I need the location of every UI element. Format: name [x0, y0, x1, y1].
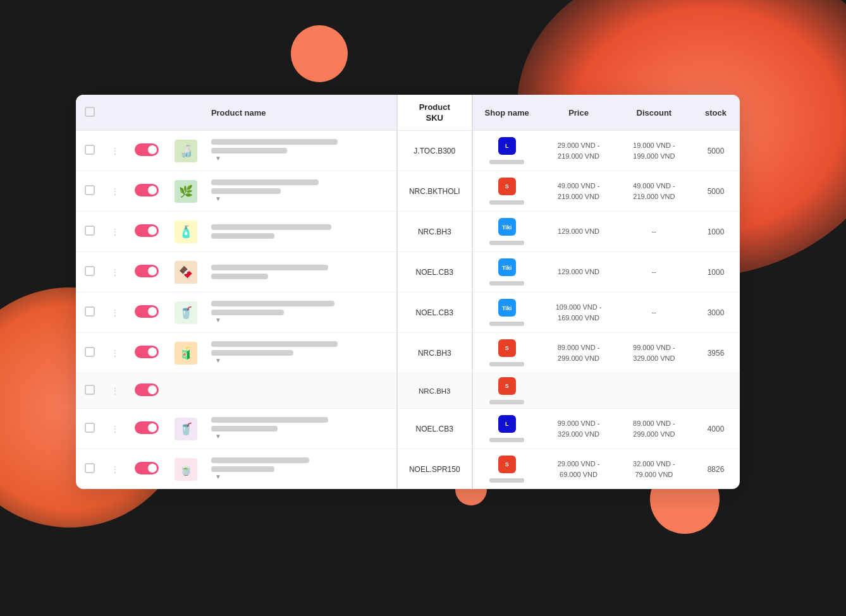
row-drag-handle[interactable]: ⋮	[103, 409, 126, 449]
header-checkbox[interactable]	[76, 95, 103, 131]
row-drag-handle[interactable]: ⋮	[103, 252, 126, 293]
product-thumbnail: 🥤	[175, 301, 197, 324]
shop-logo-icon: L	[498, 137, 516, 155]
row-toggle-cell	[126, 252, 166, 293]
active-toggle[interactable]	[135, 421, 159, 434]
row-checkbox-cell	[76, 171, 103, 212]
shop-name-text	[489, 281, 524, 286]
expand-arrow-icon[interactable]: ▼	[215, 357, 221, 364]
table-row: ⋮🌿 ▼NRC.BKTHOLI S 49.000 VND - 219.000 V…	[76, 171, 740, 212]
row-drag-handle[interactable]: ⋮	[103, 212, 126, 252]
row-product-image: 🥤	[166, 409, 205, 449]
drag-dots-icon[interactable]: ⋮	[111, 464, 120, 474]
bg-blob-top	[291, 25, 348, 82]
drag-dots-icon[interactable]: ⋮	[111, 227, 120, 237]
drag-dots-icon[interactable]: ⋮	[111, 348, 120, 358]
active-toggle[interactable]	[135, 265, 159, 277]
row-checkbox-cell	[76, 212, 103, 252]
row-product-image: 🌿	[166, 171, 205, 212]
product-thumbnail: 🌿	[175, 180, 197, 203]
drag-dots-icon[interactable]: ⋮	[111, 146, 120, 156]
expand-arrow-icon[interactable]: ▼	[215, 195, 221, 202]
row-product-image: 🍶	[166, 131, 205, 171]
expand-arrow-icon[interactable]: ▼	[215, 155, 221, 162]
shop-logo-icon: S	[498, 456, 516, 473]
row-drag-handle[interactable]: ⋮	[103, 171, 126, 212]
table-row: ⋮NRC.BH3 S	[76, 373, 740, 409]
row-discount: 99.000 VND - 329.000 VND	[616, 333, 692, 373]
active-toggle[interactable]	[135, 224, 159, 237]
active-toggle[interactable]	[135, 383, 159, 396]
product-name-lines	[211, 457, 390, 472]
row-stock: 5000	[692, 171, 740, 212]
select-all-checkbox[interactable]	[85, 107, 95, 117]
product-table: Product name Product Product SKU SKU Sho…	[76, 95, 740, 489]
row-checkbox-cell	[76, 131, 103, 171]
row-checkbox[interactable]	[85, 145, 95, 155]
expand-arrow-icon[interactable]: ▼	[215, 433, 221, 440]
shop-name-text	[489, 241, 524, 245]
row-checkbox-cell	[76, 449, 103, 490]
row-drag-handle[interactable]: ⋮	[103, 131, 126, 171]
row-sku: NRC.BKTHOLI	[397, 171, 472, 212]
expand-arrow-icon[interactable]: ▼	[215, 317, 221, 323]
active-toggle[interactable]	[135, 184, 159, 196]
row-product-name	[205, 373, 397, 409]
shop-logo-icon: S	[498, 339, 516, 357]
row-toggle-cell	[126, 449, 166, 490]
product-thumbnail: 🍫	[175, 261, 197, 284]
row-checkbox[interactable]	[85, 266, 95, 276]
row-checkbox[interactable]	[85, 347, 95, 357]
row-drag-handle[interactable]: ⋮	[103, 293, 126, 333]
active-toggle[interactable]	[135, 462, 159, 474]
drag-dots-icon[interactable]: ⋮	[111, 386, 120, 396]
row-checkbox[interactable]	[85, 185, 95, 195]
row-drag-handle[interactable]: ⋮	[103, 373, 126, 409]
row-discount	[616, 373, 692, 409]
row-price: 129.000 VND	[541, 252, 616, 293]
drag-dots-icon[interactable]: ⋮	[111, 308, 120, 318]
shop-logo-icon: Tiki	[498, 258, 516, 276]
row-product-image: 🧃	[166, 333, 205, 373]
row-price: 49.000 VND - 219.000 VND	[541, 171, 616, 212]
product-name-lines	[211, 341, 390, 356]
row-shop: Tiki	[472, 252, 541, 293]
shop-logo-icon: S	[498, 377, 516, 395]
row-checkbox[interactable]	[85, 226, 95, 236]
row-stock	[692, 373, 740, 409]
row-sku: NRC.BH3	[397, 212, 472, 252]
row-drag-handle[interactable]: ⋮	[103, 333, 126, 373]
row-checkbox[interactable]	[85, 463, 95, 473]
product-name-line-2	[211, 233, 274, 239]
row-discount: --	[616, 293, 692, 333]
row-product-name: ▼	[205, 409, 397, 449]
row-discount: 19.000 VND - 199.000 VND	[616, 131, 692, 171]
drag-dots-icon[interactable]: ⋮	[111, 424, 120, 434]
active-toggle[interactable]	[135, 346, 159, 358]
shop-name-text	[489, 160, 524, 164]
product-name-lines	[211, 224, 390, 239]
expand-arrow-icon[interactable]: ▼	[215, 473, 221, 480]
table-row: ⋮🧴 NRC.BH3 Tiki 129.000 VND--1000	[76, 212, 740, 252]
row-price	[541, 373, 616, 409]
product-name-line-1	[211, 179, 319, 185]
drag-dots-icon[interactable]: ⋮	[111, 267, 120, 277]
product-name-line-1	[211, 341, 338, 347]
shop-name-text	[489, 438, 524, 442]
row-checkbox[interactable]	[85, 423, 95, 433]
header-discount: Discount	[616, 95, 692, 131]
row-checkbox-cell	[76, 409, 103, 449]
row-drag-handle[interactable]: ⋮	[103, 449, 126, 490]
active-toggle[interactable]	[135, 143, 159, 156]
row-product-name	[205, 212, 397, 252]
row-shop: Tiki	[472, 212, 541, 252]
row-sku: J.TOC.B300	[397, 131, 472, 171]
table-row: ⋮🥤 ▼NOEL.CB3 Tiki 109.000 VND - 169.000 …	[76, 293, 740, 333]
row-checkbox[interactable]	[85, 385, 95, 395]
row-price: 99.000 VND - 329.000 VND	[541, 409, 616, 449]
row-product-name: ▼	[205, 131, 397, 171]
row-checkbox[interactable]	[85, 306, 95, 317]
active-toggle[interactable]	[135, 305, 159, 318]
drag-dots-icon[interactable]: ⋮	[111, 186, 120, 196]
header-product-sku: Product Product SKU SKU	[397, 95, 472, 131]
